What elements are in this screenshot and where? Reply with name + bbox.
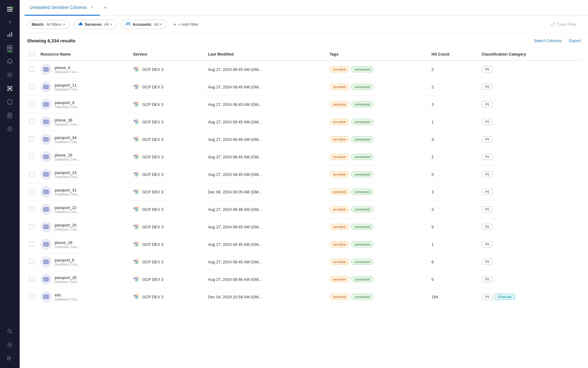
sidebar-item-shield[interactable] [4, 96, 16, 108]
resource-info: phone_29 Database Colu... [55, 240, 80, 249]
row-checkbox-2[interactable] [29, 102, 34, 107]
resource-info: passport_31 Database Colu... [55, 188, 80, 196]
table-row[interactable]: info Database Colu... GCP DEV 3 Dec 04, … [27, 288, 581, 306]
main-content: Unmasked Sensitive Columns × + Match: Al… [20, 0, 588, 368]
svg-point-18 [9, 344, 11, 346]
service-name-text: GCP DEV 3 [142, 137, 163, 142]
table-row[interactable]: passport_24 Database Colu... GCP DEV 3 A… [27, 166, 581, 183]
table-row[interactable]: passport_31 Database Colu... GCP DEV 3 D… [27, 183, 581, 201]
row-tags-cell: sensitiveunmasked [326, 113, 428, 131]
svg-point-17 [8, 329, 11, 332]
accounts-filter-chip[interactable]: Accounts: All ▾ [121, 20, 167, 29]
tab-close-button[interactable]: × [89, 5, 95, 10]
col-resource-name: Resource Name [37, 48, 129, 60]
tag-cell: sensitiveunmasked [330, 84, 424, 90]
class-badge-pii: PII [482, 84, 493, 90]
row-modified-cell: Aug 27, 2024 08:45 AM (GM... [204, 148, 326, 166]
sidebar-expand-icon[interactable] [6, 18, 14, 26]
row-checkbox-7[interactable] [29, 189, 34, 194]
row-checkbox-4[interactable] [29, 137, 34, 141]
svg-rect-4 [11, 32, 12, 37]
sidebar-item-sun[interactable] [4, 123, 16, 135]
row-checkbox-9[interactable] [29, 224, 34, 229]
table-row[interactable]: phone_4 Database Colu... GCP DEV 3 Aug 2… [27, 60, 581, 78]
row-checkbox-6[interactable] [29, 172, 34, 176]
table-row[interactable]: passport_26 Database Colu... GCP DEV 3 A… [27, 271, 581, 288]
sidebar-item-logout[interactable] [4, 352, 16, 364]
table-row[interactable]: passport_20 Database Colu... GCP DEV 3 A… [27, 218, 581, 236]
table-row[interactable]: passport_11 Database Colu... GCP DEV 3 A… [27, 78, 581, 96]
row-checkbox-13[interactable] [29, 294, 34, 299]
row-service-cell: GCP DEV 3 [129, 78, 204, 96]
row-hit-count-cell: 3 [428, 183, 478, 201]
sidebar-item-network[interactable] [4, 82, 16, 95]
svg-point-12 [11, 86, 12, 87]
sidebar-item-reports[interactable] [4, 109, 16, 122]
row-checkbox-5[interactable] [29, 154, 34, 159]
class-cell: PIIFinancial [482, 294, 577, 300]
svg-point-83 [136, 208, 137, 210]
sidebar-item-search[interactable] [4, 325, 16, 337]
row-checkbox-12[interactable] [29, 277, 34, 281]
table-row[interactable]: phone_33 Database Colu... GCP DEV 3 Aug … [27, 148, 581, 166]
row-checkbox-1[interactable] [29, 84, 34, 89]
row-checkbox-0[interactable] [29, 67, 34, 72]
resource-cell: passport_31 Database Colu... [41, 186, 126, 197]
row-hit-count-cell: 3 [428, 131, 478, 148]
table-row[interactable]: passport_6 Database Colu... GCP DEV 3 Au… [27, 253, 581, 271]
clear-filter-button[interactable]: Clear Filter [546, 20, 581, 29]
gcp-logo-icon [133, 101, 140, 108]
add-filter-button[interactable]: + + Add Filter [170, 20, 201, 29]
row-service-cell: GCP DEV 3 [129, 201, 204, 218]
table-row[interactable]: passport_9 Database Colu... GCP DEV 3 Au… [27, 96, 581, 113]
row-hit-count-cell: 5 [428, 166, 478, 183]
tab-unmasked-sensitive[interactable]: Unmasked Sensitive Columns × [25, 0, 100, 16]
row-tags-cell: sensitiveunmasked [326, 60, 428, 78]
sidebar-item-dashboard[interactable] [4, 42, 16, 54]
row-checkbox-8[interactable] [29, 207, 34, 211]
select-all-header[interactable] [27, 48, 37, 60]
tab-add-button[interactable]: + [101, 4, 110, 12]
toolbar: Match: All filters ▾ Services: All ▾ Acc… [20, 16, 588, 33]
row-tags-cell: sensitiveunmasked [326, 131, 428, 148]
class-badge-pii: PII [482, 171, 493, 177]
tag-unmasked: unmasked [351, 101, 373, 107]
gcp-logo-icon [133, 223, 140, 230]
select-columns-link[interactable]: Select Columns [534, 38, 562, 43]
table-row[interactable]: passport_34 Database Colu... GCP DEV 3 A… [27, 131, 581, 148]
gcp-logo-icon [133, 118, 140, 125]
class-cell: PII [482, 119, 577, 125]
row-modified-cell: Aug 27, 2024 08:46 AM (GM... [204, 271, 326, 288]
select-all-checkbox[interactable] [29, 51, 34, 56]
sidebar-item-analytics[interactable] [4, 28, 16, 41]
row-checkbox-10[interactable] [29, 242, 34, 246]
resource-icon [41, 186, 52, 197]
row-resource-cell: phone_4 Database Colu... [37, 60, 129, 78]
match-filter-chip[interactable]: Match: All filters ▾ [27, 20, 70, 29]
class-badge-pii: PII [482, 66, 493, 72]
tag-sensitive: sensitive [330, 224, 350, 230]
class-cell: PII [482, 66, 577, 72]
row-hit-count-cell: 1 [428, 236, 478, 253]
row-classification-cell: PII [478, 253, 581, 271]
resource-cell: passport_24 Database Colu... [41, 169, 126, 180]
refresh-icon [551, 22, 555, 27]
resource-name-text: passport_6 [55, 258, 80, 262]
resource-info: passport_26 Database Colu... [55, 275, 80, 284]
row-checkbox-11[interactable] [29, 259, 34, 264]
sidebar-item-gear[interactable] [4, 339, 16, 351]
tag-unmasked: unmasked [351, 241, 373, 247]
col-service: Service [129, 48, 204, 60]
sidebar-item-settings[interactable] [4, 69, 16, 81]
services-filter-chip[interactable]: Services: All ▾ [73, 20, 117, 29]
table-row[interactable]: passport_22 Database Colu... GCP DEV 3 A… [27, 201, 581, 218]
row-checkbox-3[interactable] [29, 119, 34, 124]
row-checkbox-cell [27, 218, 37, 236]
table-row[interactable]: phone_38 Database Colu... GCP DEV 3 Aug … [27, 113, 581, 131]
export-link[interactable]: Export [569, 38, 581, 43]
row-tags-cell: sensitiveunmasked [326, 201, 428, 218]
row-classification-cell: PII [478, 96, 581, 113]
table-row[interactable]: phone_29 Database Colu... GCP DEV 3 Aug … [27, 236, 581, 253]
sidebar-item-alerts[interactable] [4, 55, 16, 68]
tab-title: Unmasked Sensitive Columns [29, 5, 87, 10]
